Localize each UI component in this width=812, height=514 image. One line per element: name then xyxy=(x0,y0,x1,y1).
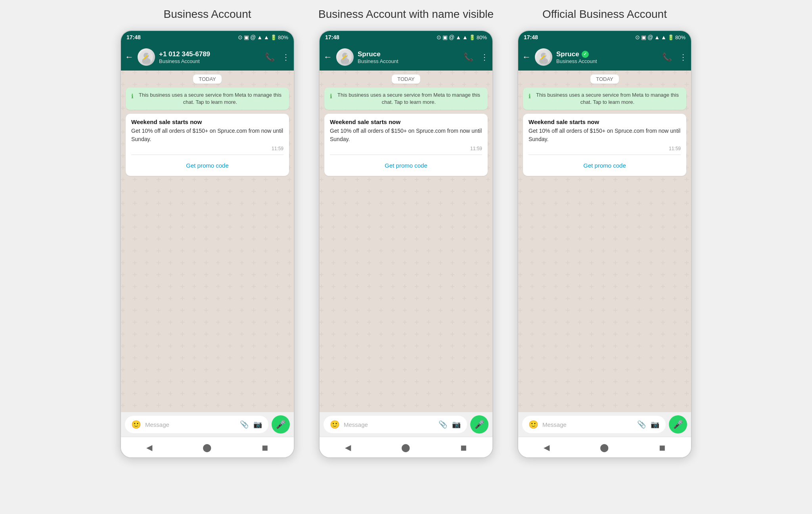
message-divider xyxy=(330,155,482,155)
contact-name: Spruce xyxy=(358,50,460,58)
attachment-icon[interactable]: 📎 xyxy=(637,420,646,429)
contact-info: +1 012 345-6789 Business Account xyxy=(159,50,261,64)
wifi-icon: ▲ xyxy=(456,34,461,40)
battery-icon: 🔋 xyxy=(668,34,674,40)
status-time: 17:48 xyxy=(126,34,141,40)
info-text: This business uses a secure service from… xyxy=(335,92,482,106)
promo-button[interactable]: Get promo code xyxy=(131,158,283,173)
message-time: 11:59 xyxy=(131,146,283,151)
back-nav-icon[interactable]: ◀ xyxy=(345,443,351,452)
date-label: TODAY xyxy=(193,75,222,84)
home-nav-icon[interactable]: ⬤ xyxy=(401,443,410,452)
avatar[interactable] xyxy=(535,48,552,66)
contact-subtitle: Business Account xyxy=(556,58,658,64)
attachment-icon[interactable]: 📎 xyxy=(439,420,447,429)
back-arrow-icon[interactable]: ← xyxy=(522,52,531,62)
phone-frame-business-account: 17:48 ⊙ ▣ @ ▲ ▲ 🔋 80% ← +1 012 345-6 xyxy=(120,30,295,458)
more-options-icon[interactable]: ⋮ xyxy=(679,52,687,62)
more-options-icon[interactable]: ⋮ xyxy=(282,52,290,62)
input-field[interactable]: 🙂 Message 📎 📷 xyxy=(324,416,467,433)
phone-frame-official-business-account: 17:48 ⊙ ▣ @ ▲ ▲ 🔋 80% ← Spruce xyxy=(517,30,692,458)
mic-button[interactable]: 🎤 xyxy=(470,415,488,434)
whatsapp-status-icon: ⊙ xyxy=(437,34,441,40)
call-icon[interactable]: 📞 xyxy=(265,52,275,62)
message-divider xyxy=(529,155,681,155)
header-actions: 📞 ⋮ xyxy=(662,52,687,62)
message-title: Weekend sale starts now xyxy=(529,118,681,125)
message-body: Get 10% off all orders of $150+ on Spruc… xyxy=(330,127,482,143)
wifi-icon: ▲ xyxy=(654,34,660,40)
header-actions: 📞 ⋮ xyxy=(265,52,290,62)
chat-header: ← Spruce Business Account 📞 xyxy=(320,44,492,71)
date-label: TODAY xyxy=(590,75,619,84)
recent-nav-icon[interactable]: ◼ xyxy=(659,443,666,452)
emoji-icon[interactable]: 🙂 xyxy=(529,420,538,429)
avatar[interactable] xyxy=(138,48,155,66)
mic-button[interactable]: 🎤 xyxy=(272,415,290,434)
recent-nav-icon[interactable]: ◼ xyxy=(460,443,467,452)
phones-container: Business Account17:48 ⊙ ▣ @ ▲ ▲ 🔋 80% ← xyxy=(16,8,796,458)
input-icons: 📎 📷 xyxy=(637,420,659,429)
chat-body: TODAY ℹ This business uses a secure serv… xyxy=(518,71,691,412)
whatsapp-status-icon: ⊙ xyxy=(635,34,640,40)
info-banner[interactable]: ℹ This business uses a secure service fr… xyxy=(324,88,488,110)
battery-icon: 🔋 xyxy=(270,34,277,40)
messenger-status-icon: @ xyxy=(250,34,256,40)
emoji-icon[interactable]: 🙂 xyxy=(131,420,141,429)
mic-button[interactable]: 🎤 xyxy=(669,415,687,434)
date-label: TODAY xyxy=(392,75,420,84)
status-bar: 17:48 ⊙ ▣ @ ▲ ▲ 🔋 80% xyxy=(518,31,691,44)
info-banner[interactable]: ℹ This business uses a secure service fr… xyxy=(126,88,289,110)
emoji-icon[interactable]: 🙂 xyxy=(330,420,340,429)
instagram-status-icon: ▣ xyxy=(641,34,646,40)
contact-name: +1 012 345-6789 xyxy=(159,50,261,58)
battery-percent: 80% xyxy=(477,34,487,40)
chat-header: ← Spruce ✓ Business Account 📞 xyxy=(518,44,691,71)
back-arrow-icon[interactable]: ← xyxy=(324,52,332,62)
phone-label-business-account: Business Account xyxy=(163,8,251,21)
avatar[interactable] xyxy=(336,48,354,66)
call-icon[interactable]: 📞 xyxy=(662,52,672,62)
signal-icon: ▲ xyxy=(661,34,666,40)
contact-info: Spruce ✓ Business Account xyxy=(556,50,658,64)
messenger-status-icon: @ xyxy=(647,34,653,40)
input-field[interactable]: 🙂 Message 📎 📷 xyxy=(125,416,268,433)
back-nav-icon[interactable]: ◀ xyxy=(544,443,550,452)
chat-header: ← +1 012 345-6789 Business Account xyxy=(121,44,294,71)
contact-subtitle: Business Account xyxy=(358,58,460,64)
whatsapp-status-icon: ⊙ xyxy=(238,34,243,40)
camera-icon[interactable]: 📷 xyxy=(452,420,461,429)
status-bar: 17:48 ⊙ ▣ @ ▲ ▲ 🔋 80% xyxy=(121,31,294,44)
message-bubble: Weekend sale starts nowGet 10% off all o… xyxy=(324,114,488,176)
back-arrow-icon[interactable]: ← xyxy=(125,52,134,62)
promo-button[interactable]: Get promo code xyxy=(529,158,681,173)
battery-percent: 80% xyxy=(278,34,288,40)
message-placeholder: Message xyxy=(145,421,236,428)
call-icon[interactable]: 📞 xyxy=(463,52,473,62)
camera-icon[interactable]: 📷 xyxy=(651,420,659,429)
status-time: 17:48 xyxy=(325,34,339,40)
home-nav-icon[interactable]: ⬤ xyxy=(600,443,609,452)
recent-nav-icon[interactable]: ◼ xyxy=(262,443,268,452)
info-banner[interactable]: ℹ This business uses a secure service fr… xyxy=(523,88,686,110)
input-field[interactable]: 🙂 Message 📎 📷 xyxy=(522,416,666,433)
home-nav-icon[interactable]: ⬤ xyxy=(203,443,211,452)
input-icons: 📎 📷 xyxy=(439,420,461,429)
message-time: 11:59 xyxy=(529,146,681,151)
back-nav-icon[interactable]: ◀ xyxy=(146,443,152,452)
status-icons: ⊙ ▣ @ ▲ ▲ 🔋 80% xyxy=(635,34,686,40)
contact-info: Spruce Business Account xyxy=(358,50,460,64)
message-bubble: Weekend sale starts nowGet 10% off all o… xyxy=(126,114,289,176)
contact-subtitle: Business Account xyxy=(159,58,261,64)
camera-icon[interactable]: 📷 xyxy=(253,420,262,429)
info-icon: ℹ xyxy=(330,92,332,100)
nav-bar: ◀ ⬤ ◼ xyxy=(121,437,294,457)
message-title: Weekend sale starts now xyxy=(330,118,482,125)
messenger-status-icon: @ xyxy=(449,34,454,40)
instagram-status-icon: ▣ xyxy=(244,34,249,40)
message-placeholder: Message xyxy=(344,421,435,428)
input-bar: 🙂 Message 📎 📷 🎤 xyxy=(121,412,294,437)
promo-button[interactable]: Get promo code xyxy=(330,158,482,173)
more-options-icon[interactable]: ⋮ xyxy=(481,52,488,62)
attachment-icon[interactable]: 📎 xyxy=(240,420,249,429)
